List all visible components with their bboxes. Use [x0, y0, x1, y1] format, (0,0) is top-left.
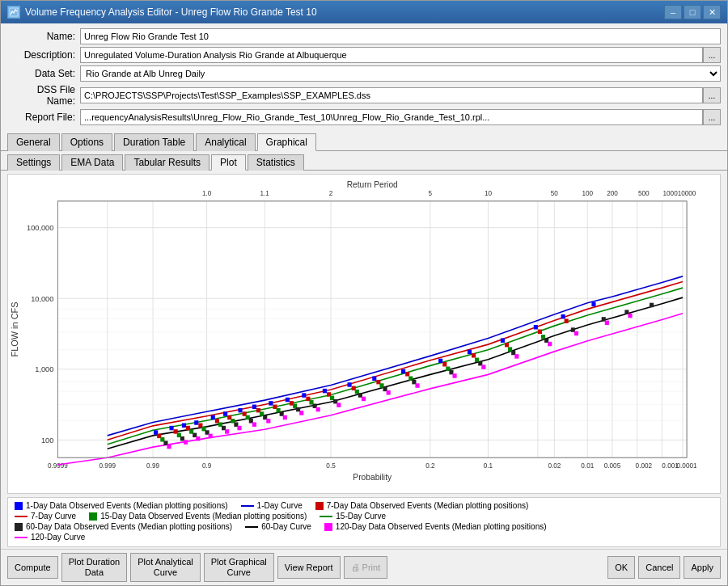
tab-graphical[interactable]: Graphical: [257, 133, 316, 151]
tab-analytical[interactable]: Analytical: [196, 133, 255, 151]
svg-rect-150: [266, 419, 270, 423]
report-label: Report File:: [7, 112, 80, 123]
svg-text:100: 100: [582, 189, 593, 197]
maximize-button[interactable]: □: [684, 5, 701, 19]
svg-rect-156: [387, 390, 391, 394]
legend-1day-curve-icon: [241, 502, 254, 510]
dss-input[interactable]: [80, 87, 703, 103]
dss-browse-btn[interactable]: ...: [703, 87, 721, 103]
svg-rect-164: [628, 314, 632, 318]
apply-button[interactable]: Apply: [684, 556, 721, 579]
dss-label: DSS File Name:: [7, 84, 80, 107]
svg-rect-67: [252, 405, 256, 409]
svg-text:0.9: 0.9: [202, 462, 212, 470]
svg-rect-80: [591, 302, 595, 306]
name-input[interactable]: [80, 28, 721, 44]
legend-1day-curve: 1-Day Curve: [241, 501, 303, 510]
svg-rect-63: [194, 420, 198, 424]
legend-60day-obs-label: 60-Day Data Observed Events (Median plot…: [26, 522, 232, 531]
legend-120day-curve-label: 120-Day Curve: [31, 533, 85, 542]
subtab-statistics[interactable]: Statistics: [248, 154, 304, 171]
svg-text:0.002: 0.002: [636, 462, 653, 470]
svg-text:0.2: 0.2: [425, 462, 435, 470]
legend-row-1: 1-Day Data Observed Events (Median plott…: [15, 501, 713, 510]
svg-text:100: 100: [41, 435, 53, 444]
svg-rect-79: [561, 314, 565, 318]
legend-60day-obs-icon: [15, 523, 23, 531]
report-field-wrap: ...: [80, 109, 721, 125]
svg-rect-143: [167, 445, 171, 449]
compute-button[interactable]: Compute: [7, 556, 58, 579]
legend-15day-curve: 15-Day Curve: [320, 512, 386, 521]
svg-text:1.1: 1.1: [260, 189, 270, 197]
ok-button[interactable]: OK: [607, 556, 635, 579]
description-browse-btn[interactable]: ...: [703, 47, 721, 63]
svg-text:10000: 10000: [678, 189, 696, 197]
tab-duration[interactable]: Duration Table: [114, 133, 194, 151]
legend-120day-obs-label: 120-Day Data Observed Events (Median plo…: [336, 522, 547, 531]
svg-rect-75: [438, 359, 442, 363]
view-report-button[interactable]: View Report: [277, 556, 341, 579]
svg-text:0.01: 0.01: [581, 462, 594, 470]
minimize-button[interactable]: –: [664, 5, 682, 19]
plot-analytical-button[interactable]: Plot Analytical Curve: [130, 553, 200, 582]
svg-text:50: 50: [551, 189, 558, 197]
svg-text:1000: 1000: [663, 189, 678, 197]
svg-rect-100: [565, 318, 569, 323]
legend-row-4: 120-Day Curve: [15, 533, 713, 542]
app-icon: [7, 6, 20, 19]
svg-rect-66: [238, 408, 242, 412]
svg-rect-159: [481, 365, 485, 369]
legend-7day-obs-icon: [315, 502, 324, 510]
svg-rect-68: [269, 401, 273, 405]
svg-rect-144: [184, 440, 188, 444]
svg-rect-65: [223, 411, 227, 415]
subtab-plot[interactable]: Plot: [211, 154, 246, 171]
print-button[interactable]: 🖨 Print: [344, 556, 388, 579]
tab-general[interactable]: General: [7, 133, 60, 151]
svg-rect-98: [505, 343, 509, 347]
svg-rect-97: [472, 353, 476, 357]
svg-rect-77: [501, 338, 505, 342]
svg-text:0.999: 0.999: [99, 462, 116, 470]
subtab-tabular[interactable]: Tabular Results: [125, 154, 210, 171]
legend-120day-curve: 120-Day Curve: [15, 533, 85, 542]
subtab-settings[interactable]: Settings: [7, 154, 60, 171]
tab-options[interactable]: Options: [61, 133, 112, 151]
svg-rect-2: [57, 201, 687, 457]
svg-rect-163: [605, 321, 609, 325]
svg-text:Probability: Probability: [353, 471, 392, 481]
legend-60day-curve-icon: [245, 523, 258, 531]
description-row: Description: ...: [7, 47, 721, 63]
main-tab-bar: General Options Duration Table Analytica…: [1, 131, 727, 151]
svg-rect-148: [237, 426, 241, 430]
plot-duration-button[interactable]: Plot Duration Data: [61, 553, 128, 582]
legend-15day-curve-label: 15-Day Curve: [336, 512, 386, 521]
dss-row: DSS File Name: ...: [7, 84, 721, 107]
legend-7day-obs: 7-Day Data Observed Events (Median plott…: [315, 501, 529, 510]
description-label: Description:: [7, 49, 80, 61]
svg-rect-99: [538, 330, 542, 334]
svg-rect-154: [336, 403, 341, 407]
legend-1day-obs: 1-Day Data Observed Events (Median plott…: [15, 501, 228, 510]
legend-row-2: 7-Day Curve 15-Day Data Observed Events …: [15, 512, 713, 521]
plot-graphical-button[interactable]: Plot Graphical Curve: [204, 553, 274, 582]
description-input[interactable]: [80, 47, 703, 63]
report-input[interactable]: [80, 109, 703, 125]
report-row: Report File: ...: [7, 109, 721, 125]
close-button[interactable]: ✕: [703, 5, 721, 19]
report-browse-btn[interactable]: ...: [703, 109, 721, 125]
svg-rect-72: [348, 382, 352, 386]
svg-text:0.9999: 0.9999: [48, 462, 68, 470]
main-window: Volume Frequency Analysis Editor - Unreg…: [0, 0, 728, 586]
subtab-ema[interactable]: EMA Data: [61, 154, 123, 171]
dataset-select[interactable]: Rio Grande at Alb Unreg Daily: [80, 65, 721, 82]
legend-7day-curve-icon: [15, 512, 28, 521]
svg-rect-152: [299, 411, 303, 415]
cancel-button[interactable]: Cancel: [638, 556, 680, 579]
svg-rect-96: [442, 362, 447, 366]
svg-text:2: 2: [329, 189, 333, 197]
legend-120day-curve-icon: [15, 533, 28, 542]
svg-rect-147: [225, 429, 229, 433]
svg-rect-142: [650, 303, 654, 307]
